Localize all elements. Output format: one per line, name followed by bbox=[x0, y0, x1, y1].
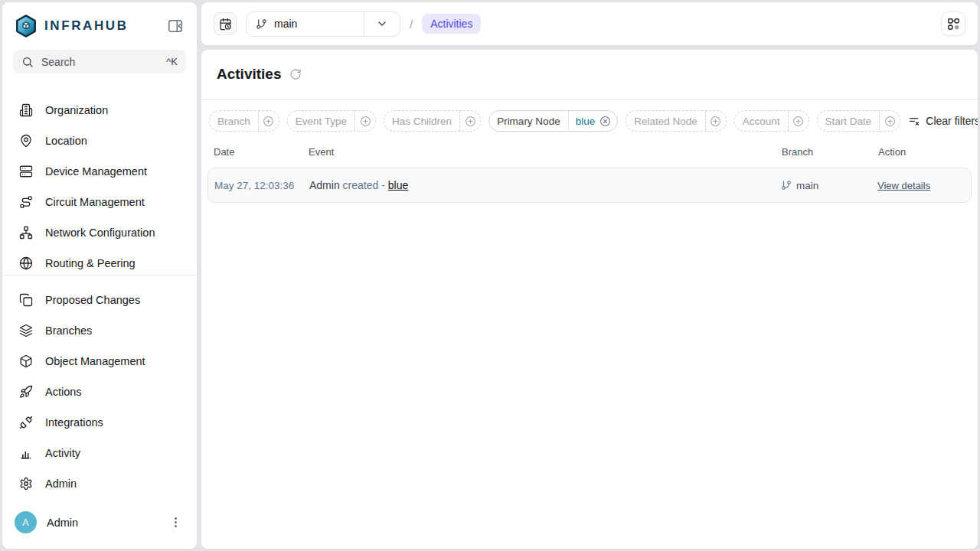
sidebar-primary-menu: Organization Location Device Management bbox=[2, 95, 197, 270]
filter-chip-label: Related Node bbox=[626, 116, 705, 127]
search-shortcut: ^K bbox=[166, 56, 178, 67]
plug-icon bbox=[19, 416, 33, 429]
row-branch: main bbox=[781, 180, 877, 191]
git-branch-icon bbox=[781, 180, 792, 191]
event-separator: - bbox=[381, 179, 385, 191]
column-header-action: Action bbox=[878, 146, 972, 158]
sidebar-item-label: Device Management bbox=[45, 165, 147, 178]
network-icon bbox=[19, 226, 33, 240]
refresh-button[interactable] bbox=[289, 67, 302, 81]
branch-selector[interactable]: main bbox=[246, 11, 400, 37]
sidebar-item-circuit-management[interactable]: Circuit Management bbox=[11, 187, 188, 217]
event-object-link[interactable]: blue bbox=[388, 179, 408, 191]
git-branch-icon bbox=[256, 18, 267, 30]
main-header: Activities bbox=[201, 50, 978, 99]
sidebar-item-routing-peering[interactable]: Routing & Peering bbox=[11, 248, 188, 270]
calendar-clock-icon bbox=[219, 18, 232, 31]
kebab-menu-icon bbox=[169, 516, 182, 529]
time-travel-button[interactable] bbox=[214, 12, 237, 35]
avatar: A bbox=[15, 511, 37, 533]
sidebar-item-object-management[interactable]: Object Management bbox=[11, 346, 188, 377]
filter-chip-branch[interactable]: Branch bbox=[209, 110, 279, 132]
search-input[interactable]: Search ^K bbox=[13, 50, 186, 73]
column-header-date: Date bbox=[214, 146, 309, 158]
infrahub-hexagon-icon bbox=[15, 15, 38, 37]
sidebar-item-network-configuration[interactable]: Network Configuration bbox=[11, 217, 188, 248]
filter-x-icon bbox=[908, 115, 920, 127]
logo-row: INFRAHUB bbox=[2, 2, 197, 47]
event-actor: Admin bbox=[309, 179, 340, 191]
branch-dropdown-toggle[interactable] bbox=[364, 12, 400, 36]
filter-bar: Branch Event Type Has Children bbox=[201, 99, 978, 139]
filter-chip-label: Event Type bbox=[288, 116, 354, 127]
add-filter-button[interactable] bbox=[705, 111, 726, 131]
sidebar-item-label: Organization bbox=[45, 104, 108, 116]
user-options-button[interactable] bbox=[166, 514, 185, 532]
filter-chip-event-type[interactable]: Event Type bbox=[287, 110, 376, 132]
sidebar-item-admin[interactable]: Admin bbox=[11, 468, 188, 499]
sidebar-item-label: Object Management bbox=[45, 355, 145, 367]
sidebar-item-integrations[interactable]: Integrations bbox=[11, 407, 188, 438]
brand-wordmark: INFRAHUB bbox=[44, 18, 129, 34]
sidebar-item-actions[interactable]: Actions bbox=[11, 377, 188, 407]
view-details-link[interactable]: View details bbox=[877, 180, 930, 191]
file-diff-icon bbox=[19, 293, 33, 307]
sidebar-item-activity[interactable]: Activity bbox=[11, 438, 188, 468]
layers-icon bbox=[19, 324, 33, 337]
filter-chip-label: Has Children bbox=[384, 116, 459, 127]
filter-chip-start-date[interactable]: Start Date bbox=[817, 110, 901, 132]
filter-chip-label: Account bbox=[735, 116, 788, 127]
filter-chip-primary-node[interactable]: Primary Node blue bbox=[488, 110, 618, 132]
sidebar-item-device-management[interactable]: Device Management bbox=[11, 156, 188, 187]
table-header-row: Date Event Branch Action bbox=[207, 139, 972, 168]
plus-circle-icon bbox=[884, 116, 896, 127]
sidebar-secondary-menu: Proposed Changes Branches Object Managem… bbox=[2, 285, 197, 499]
add-filter-button[interactable] bbox=[788, 111, 808, 131]
clear-filters-button[interactable]: Clear filters bbox=[908, 115, 978, 127]
filter-chip-label: Primary Node bbox=[489, 116, 568, 127]
branch-selector-value: main bbox=[247, 18, 364, 30]
tasks-button[interactable] bbox=[941, 11, 965, 36]
filter-chip-account[interactable]: Account bbox=[734, 110, 809, 132]
right-column: main / Activities bbox=[201, 2, 978, 549]
sidebar-item-proposed-changes[interactable]: Proposed Changes bbox=[11, 285, 188, 315]
table-row[interactable]: May 27, 12:03:36 Admin created - blue ma… bbox=[207, 168, 972, 203]
user-menu[interactable]: A Admin bbox=[2, 502, 197, 549]
plus-circle-icon bbox=[710, 116, 721, 127]
sidebar-item-branches[interactable]: Branches bbox=[11, 315, 188, 346]
event-verb: created bbox=[343, 179, 379, 191]
add-filter-button[interactable] bbox=[459, 111, 480, 131]
add-filter-button[interactable] bbox=[258, 111, 279, 131]
filter-chip-label: Branch bbox=[210, 116, 258, 127]
cube-icon bbox=[19, 354, 33, 368]
clear-filters-label: Clear filters bbox=[926, 115, 978, 127]
rocket-icon bbox=[19, 385, 33, 399]
column-header-event: Event bbox=[309, 146, 782, 158]
sidebar-item-organization[interactable]: Organization bbox=[11, 95, 188, 126]
infrahub-logo[interactable]: INFRAHUB bbox=[15, 15, 129, 37]
sidebar-item-label: Integrations bbox=[45, 416, 103, 429]
filter-chip-value: blue bbox=[568, 111, 618, 131]
sidebar-item-location[interactable]: Location bbox=[11, 126, 188, 156]
filter-chip-related-node[interactable]: Related Node bbox=[626, 110, 727, 132]
filter-value-text: blue bbox=[576, 116, 596, 127]
add-filter-button[interactable] bbox=[354, 111, 375, 131]
breadcrumb-activities[interactable]: Activities bbox=[422, 14, 481, 34]
sidebar-divider bbox=[2, 275, 197, 276]
add-filter-button[interactable] bbox=[879, 111, 900, 131]
x-circle-icon bbox=[599, 116, 611, 127]
filter-chip-label: Start Date bbox=[818, 116, 880, 127]
row-branch-name: main bbox=[796, 180, 818, 191]
filter-chip-has-children[interactable]: Has Children bbox=[384, 110, 481, 132]
breadcrumb-separator: / bbox=[410, 18, 413, 31]
collapse-sidebar-button[interactable] bbox=[166, 17, 185, 35]
remove-filter-button[interactable] bbox=[599, 116, 611, 127]
panel-collapse-icon bbox=[167, 18, 184, 34]
plus-circle-icon bbox=[263, 116, 274, 127]
sidebar-item-label: Circuit Management bbox=[45, 196, 145, 208]
sidebar-item-label: Actions bbox=[45, 386, 82, 398]
row-event: Admin created - blue bbox=[309, 179, 781, 191]
plus-circle-icon bbox=[360, 116, 371, 127]
chevron-down-icon bbox=[376, 18, 388, 30]
sidebar: INFRAHUB Search ^K bbox=[2, 2, 198, 549]
